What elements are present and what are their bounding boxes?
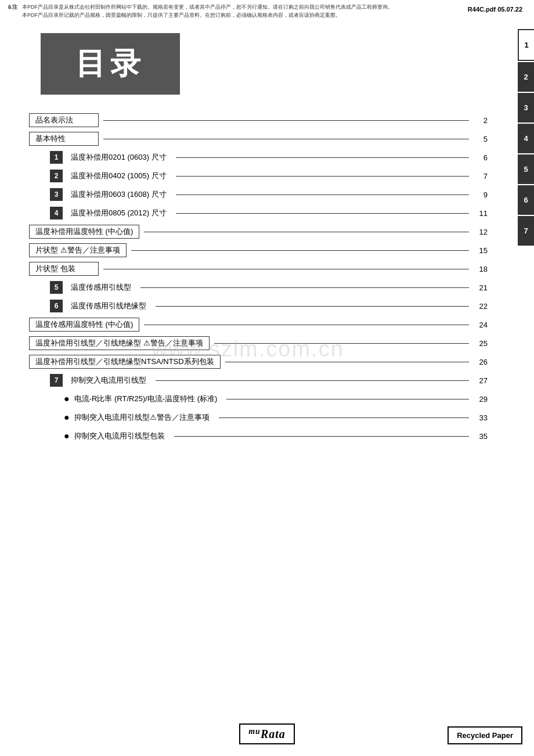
toc-row-2[interactable]: 2 温度补偿用0402 (1005) 尺寸 7 [29,168,488,184]
toc-row-pian-warn[interactable]: 片状型 ⚠警告／注意事项 15 [29,242,488,258]
toc-row-4[interactable]: 4 温度补偿用0805 (2012) 尺寸 11 [29,205,488,221]
toc-page-18: 35 [474,432,488,441]
main-content: 目录 品名表示法 2 基本特性 5 1 温度补偿用0201 (0603) 尺寸 … [0,21,517,458]
toc-page-8: 15 [474,246,488,255]
toc-page-3: 6 [474,153,488,162]
toc-row-yinxian-warn[interactable]: 温度补偿用引线型／引线绝缘型 ⚠警告／注意事项 25 [29,335,488,351]
toc-label-ntsa-pack: 温度补偿用引线型／引线绝缘型NTSA/NTSD系列包装 [29,355,221,369]
toc-row-yizhi-warn[interactable]: ● 抑制突入电流用引线型⚠警告／注意事项 33 [29,409,488,426]
toc-badge-5: 5 [50,281,63,294]
toc-label-yinxian-warn: 温度补偿用引线型／引线绝缘型 ⚠警告／注意事项 [29,336,210,350]
murata-logo: muRata [239,723,295,744]
toc-line-12 [144,325,469,325]
toc-line-14 [225,362,469,362]
toc-text-3: 温度补偿用0603 (1608) 尺寸 [71,189,171,200]
toc-text-1: 温度补偿用0201 (0603) 尺寸 [71,152,171,163]
toc-row-chuangan-center[interactable]: 温度传感用温度特性 (中心值) 24 [29,316,488,333]
toc-text-5: 温度传感用引线型 [71,282,136,293]
page-title: 目录 [75,44,145,84]
toc-row-3[interactable]: 3 温度补偿用0603 (1608) 尺寸 9 [29,186,488,203]
toc-page-9: 18 [474,265,488,273]
toc-page-13: 25 [474,339,488,348]
tab-5[interactable]: 5 [518,154,534,184]
toc-container: 品名表示法 2 基本特性 5 1 温度补偿用0201 (0603) 尺寸 6 2… [23,112,493,444]
toc-page-5: 9 [474,190,488,199]
toc-line-18 [174,436,469,437]
title-box: 目录 [41,33,180,95]
notice-label: ＆注 [7,3,17,19]
toc-line-5 [176,195,469,195]
toc-text-b3: 抑制突入电流用引线型包装 [74,431,169,441]
toc-line-9 [103,269,469,269]
tab-4[interactable]: 4 [518,124,534,153]
toc-row-pian-pack[interactable]: 片状型 包装 18 [29,261,488,277]
toc-row-ntsa-pack[interactable]: 温度补偿用引线型／引线绝缘型NTSA/NTSD系列包装 26 [29,354,488,370]
toc-line-4 [176,176,469,177]
bullet-dot-3: ● [64,431,70,441]
toc-line-15 [156,380,469,381]
toc-page-1: 2 [474,116,488,125]
notice-right: R44C.pdf 05.07.22 [468,5,522,15]
tab-7[interactable]: 7 [518,216,534,246]
murata-brand: muRata [239,723,295,744]
recycled-paper-label: Recycled Paper [457,731,513,740]
notice-text: 本PDF产品目录是从株式会社村田制作所网站中下载的。规格若有变更，或者其中产品停… [22,3,393,19]
toc-text-2: 温度补偿用0402 (1005) 尺寸 [71,171,171,181]
toc-page-6: 11 [474,209,488,218]
toc-text-4: 温度补偿用0805 (2012) 尺寸 [71,208,171,218]
toc-badge-6: 6 [50,300,63,312]
tab-1[interactable]: 1 [518,29,534,61]
toc-line-1 [103,120,469,121]
notice-bar: ＆注 本PDF产品目录是从株式会社村田制作所网站中下载的。规格若有变更，或者其中… [0,0,534,21]
toc-row-pinming[interactable]: 品名表示法 2 [29,112,488,128]
toc-text-b2: 抑制突入电流用引线型⚠警告／注意事项 [74,412,214,423]
toc-row-1[interactable]: 1 温度补偿用0201 (0603) 尺寸 6 [29,149,488,165]
right-tabs: 1 2 3 4 5 6 7 [518,29,534,247]
toc-line-16 [226,399,469,399]
toc-line-7 [144,232,469,232]
toc-row-6[interactable]: 6 温度传感用引线绝缘型 22 [29,298,488,314]
toc-row-jiben[interactable]: 基本特性 5 [29,131,488,147]
tab-3[interactable]: 3 [518,93,534,123]
toc-page-16: 29 [474,395,488,404]
toc-row-yizhi-pack[interactable]: ● 抑制突入电流用引线型包装 35 [29,428,488,444]
title-section: 目录 [23,21,493,112]
footer: muRata Recycled Paper [0,723,534,744]
toc-label-chuangan-center: 温度传感用温度特性 (中心值) [29,318,139,332]
toc-label-pian-pack: 片状型 包装 [29,262,99,276]
toc-page-10: 21 [474,283,488,292]
toc-line-2 [103,139,469,139]
toc-page-15: 27 [474,376,488,385]
toc-text-6: 温度传感用引线绝缘型 [71,301,151,311]
toc-badge-3: 3 [50,188,63,201]
toc-badge-1: 1 [50,151,63,164]
toc-page-12: 24 [474,321,488,329]
toc-page-11: 22 [474,302,488,311]
toc-row-7[interactable]: 7 抑制突入电流用引线型 27 [29,372,488,388]
toc-label-jiben: 基本特性 [29,132,99,146]
toc-label-pian-warn: 片状型 ⚠警告／注意事项 [29,243,127,257]
toc-line-3 [176,157,469,158]
tab-2[interactable]: 2 [518,62,534,92]
toc-line-11 [156,306,469,307]
toc-line-8 [131,250,469,251]
toc-text-b1: 电流-R比率 (RT/R25)/电流-温度特性 (标准) [74,394,222,404]
bullet-dot-2: ● [64,413,70,422]
toc-label-wendu-center: 温度补偿用温度特性 (中心值) [29,225,139,239]
toc-badge-2: 2 [50,170,63,182]
tab-6[interactable]: 6 [518,185,534,215]
toc-line-10 [140,287,469,288]
recycled-paper-badge: Recycled Paper [448,726,522,744]
toc-page-2: 5 [474,135,488,143]
toc-badge-4: 4 [50,207,63,219]
bullet-dot-1: ● [64,394,70,404]
toc-page-4: 7 [474,172,488,181]
toc-line-17 [219,417,469,418]
toc-label-pinming: 品名表示法 [29,113,99,127]
toc-line-6 [176,213,469,214]
toc-row-5[interactable]: 5 温度传感用引线型 21 [29,279,488,296]
toc-badge-7: 7 [50,374,63,387]
toc-row-eliu-r[interactable]: ● 电流-R比率 (RT/R25)/电流-温度特性 (标准) 29 [29,391,488,407]
toc-page-17: 33 [474,413,488,422]
toc-row-wendu-center[interactable]: 温度补偿用温度特性 (中心值) 12 [29,224,488,240]
